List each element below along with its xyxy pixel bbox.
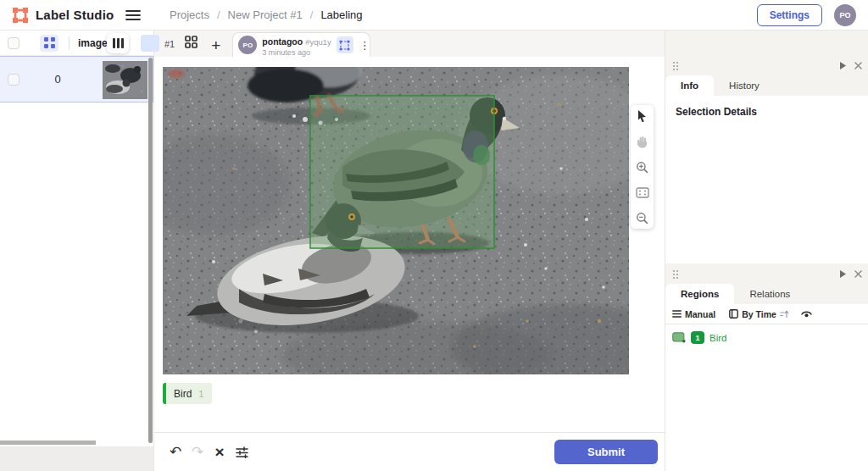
label-hotkey: 1 <box>198 389 203 399</box>
label-studio-app: Label Studio Projects / New Project #1 /… <box>0 0 868 471</box>
zoom-out-icon[interactable] <box>635 210 650 225</box>
regions-panel-header <box>665 264 868 284</box>
canvas-toolbar <box>631 105 654 229</box>
zoom-in-icon[interactable] <box>635 159 650 175</box>
menu-icon[interactable] <box>125 9 141 21</box>
breadcrumb: Projects / New Project #1 / Labeling <box>170 8 363 21</box>
reset-icon[interactable]: × <box>209 441 231 463</box>
bottom-action-bar: ↶ ↷ × Submit <box>154 432 665 471</box>
sidebar-vertical-scrollbar[interactable] <box>148 58 153 443</box>
task-image[interactable] <box>163 67 629 374</box>
tab-info[interactable]: Info <box>665 75 714 96</box>
labeling-main: #1 + PO pontagoo#yqu1y 3 minutes ago <box>154 30 665 471</box>
eye-icon <box>801 310 812 318</box>
group-manual-button[interactable]: Manual <box>672 309 715 319</box>
region-select-mode-icon[interactable] <box>337 36 353 53</box>
breadcrumb-labeling: Labeling <box>320 8 362 21</box>
label-name: Bird <box>174 388 192 400</box>
annotation-menu-icon[interactable]: ⋮ <box>359 40 370 51</box>
collapse-panel-icon[interactable] <box>854 270 862 278</box>
grid-view-icon[interactable] <box>40 35 58 52</box>
info-panel-tabs: Info History <box>665 75 868 96</box>
add-annotation-icon[interactable]: + <box>211 37 220 53</box>
order-by-time-button[interactable]: By Time <box>729 309 789 319</box>
user-avatar[interactable]: PO <box>834 4 856 26</box>
region-list-item[interactable]: 1 Bird <box>665 324 868 351</box>
region-label: Bird <box>709 333 726 343</box>
top-bar: Label Studio Projects / New Project #1 /… <box>0 0 868 30</box>
annotations-grid-icon[interactable] <box>185 36 198 52</box>
regions-list: 1 Bird <box>665 324 868 471</box>
regions-toolbar: Manual By Time <box>665 304 868 324</box>
task-thumbnail[interactable] <box>103 61 147 99</box>
collapse-panel-icon[interactable] <box>854 62 862 69</box>
detach-panel-icon[interactable] <box>839 62 846 69</box>
redo-icon[interactable]: ↷ <box>186 441 209 463</box>
regions-panel-tabs: Regions Relations <box>665 284 868 304</box>
move-tool-icon[interactable] <box>635 108 650 124</box>
annotation-id: #yqu1y <box>305 37 331 47</box>
bird-label-button[interactable]: Bird 1 <box>163 383 212 404</box>
tab-history[interactable]: History <box>714 75 775 96</box>
image-column-header[interactable]: image <box>78 37 108 49</box>
annotation-tab-bar: #1 + PO pontagoo#yqu1y 3 minutes ago <box>154 30 665 57</box>
pan-tool-icon[interactable] <box>635 134 650 149</box>
submit-button[interactable]: Submit <box>554 440 658 464</box>
tab-relations[interactable]: Relations <box>734 284 805 304</box>
rectangle-region-icon <box>672 332 686 343</box>
task-row-id: 0 <box>45 73 70 86</box>
undo-icon[interactable]: ↶ <box>164 441 186 463</box>
task-row-checkbox[interactable] <box>8 74 19 86</box>
toggle-visibility-button[interactable] <box>801 310 812 318</box>
info-panel-header <box>665 56 868 75</box>
drag-handle-icon[interactable] <box>672 269 679 280</box>
label-color-bar <box>163 383 166 404</box>
annotator-name: pontagoo <box>262 36 303 47</box>
order-by-time-label: By Time <box>742 309 776 319</box>
columns-icon[interactable] <box>107 33 129 53</box>
settings-button[interactable]: Settings <box>757 4 822 26</box>
task-number: #1 <box>164 39 175 49</box>
annotation-tab[interactable]: PO pontagoo#yqu1y 3 minutes ago ⋮ <box>232 32 370 57</box>
info-panel-body: Selection Details <box>665 96 868 263</box>
breadcrumb-projects[interactable]: Projects <box>170 8 209 21</box>
fit-to-screen-icon[interactable] <box>635 185 650 200</box>
group-manual-label: Manual <box>685 309 715 319</box>
settings-sliders-icon[interactable] <box>231 441 253 463</box>
column-action-partial[interactable] <box>141 35 159 52</box>
image-canvas-area: Bird 1 <box>154 57 665 432</box>
right-panels: Info History Selection Details Reg <box>665 30 868 471</box>
sidebar-horizontal-scrollbar[interactable] <box>0 441 96 445</box>
sort-ascending-icon <box>780 310 789 319</box>
selection-details-title: Selection Details <box>665 96 868 128</box>
label-studio-logo-icon <box>12 7 29 24</box>
group-by-icon <box>672 310 682 318</box>
detach-panel-icon[interactable] <box>839 270 846 278</box>
regions-panel: Regions Relations Manual By Time <box>665 264 868 471</box>
breadcrumb-project[interactable]: New Project #1 <box>228 8 303 21</box>
sidebar-footer-area <box>0 446 153 471</box>
order-panel-icon <box>729 309 738 319</box>
breadcrumb-separator: / <box>217 8 220 21</box>
app-title: Label Studio <box>36 8 114 22</box>
annotator-avatar: PO <box>238 36 257 54</box>
tab-regions[interactable]: Regions <box>665 284 734 304</box>
info-panel: Info History Selection Details <box>665 56 868 263</box>
annotation-time: 3 minutes ago <box>262 48 331 57</box>
select-all-checkbox[interactable] <box>8 37 19 49</box>
app-logo[interactable]: Label Studio <box>0 7 119 24</box>
breadcrumb-separator: / <box>310 8 314 21</box>
header-divider <box>69 36 70 50</box>
drag-handle-icon[interactable] <box>672 61 679 71</box>
task-row[interactable]: 0 <box>0 56 153 103</box>
bird-region-box <box>310 96 494 248</box>
task-table-header: image <box>0 30 153 56</box>
task-list-sidebar: image 0 <box>0 30 154 471</box>
region-number-badge: 1 <box>691 331 704 344</box>
